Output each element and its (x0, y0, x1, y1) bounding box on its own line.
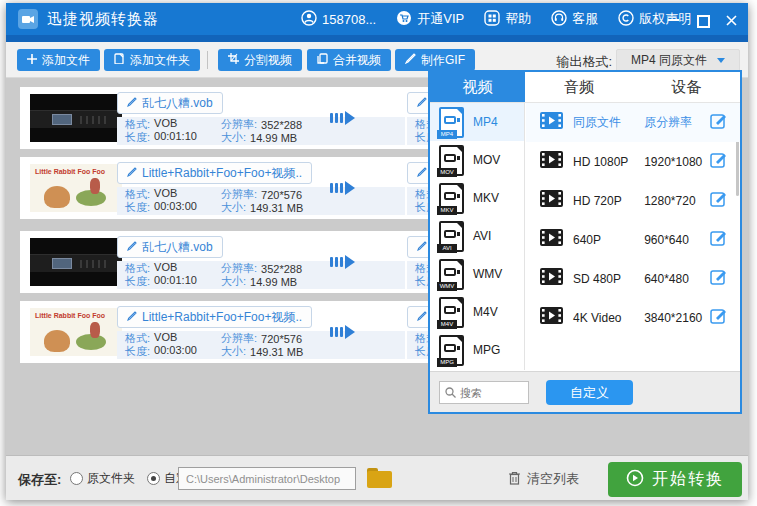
resolution-item-4k[interactable]: 4K Video 3840*2160 (526, 298, 740, 337)
edit-resolution-icon[interactable] (710, 268, 728, 290)
output-format-select[interactable]: MP4 同原文件 (616, 49, 740, 72)
format-item-avi[interactable]: AVI AVI (430, 217, 524, 255)
video-thumbnail: Little Rabbit Foo Foo (30, 164, 122, 212)
file-info: 格式:VOB分辨率:352*288 长度:00:01:10大小:14.99 MB (117, 117, 405, 145)
pencil-icon (417, 310, 427, 324)
format-item-mkv[interactable]: MKV MKV (430, 179, 524, 217)
vip-label: 开通VIP (417, 10, 464, 28)
play-icon (626, 469, 644, 491)
clear-list-button[interactable]: 清空列表 (508, 470, 579, 488)
folder-plus-icon (114, 53, 125, 67)
mkv-file-icon: MKV (439, 183, 464, 214)
app-logo-icon (18, 9, 38, 29)
film-icon (540, 112, 563, 133)
radio-original-folder[interactable]: 原文件夹 (70, 470, 135, 487)
crop-icon (228, 53, 239, 67)
edit-resolution-icon[interactable] (710, 229, 728, 251)
resolution-item-480p[interactable]: SD 480P 640*480 (526, 259, 740, 298)
file-info: 格式:VOB分辨率:720*576 长度:00:03:00大小:149.31 M… (117, 187, 405, 215)
tab-video[interactable]: 视频 (430, 72, 525, 102)
filename-edit-button[interactable]: 乱七八糟.vob (117, 92, 223, 114)
video-thumbnail (30, 94, 122, 142)
video-thumbnail: Little Rabbit Foo Foo (30, 308, 122, 356)
format-item-wmv[interactable]: WMV WMV (430, 255, 524, 293)
film-icon (540, 268, 563, 289)
plus-icon (27, 53, 37, 67)
browse-folder-button[interactable] (367, 468, 392, 488)
format-search[interactable] (439, 381, 529, 404)
vip-button[interactable]: 开通VIP (396, 10, 464, 29)
search-icon (445, 384, 456, 402)
titlebar: 迅捷视频转换器 158708... 开通VIP 帮助 客服 版权声明 (6, 3, 748, 35)
resolution-item-original[interactable]: 同原文件 原分辨率 (526, 103, 740, 142)
edit-resolution-icon[interactable] (710, 112, 728, 134)
pencil-icon (417, 240, 427, 254)
format-panel-footer: 自定义 (430, 371, 740, 412)
film-icon (540, 307, 563, 328)
trash-icon (508, 471, 521, 488)
help-label: 帮助 (505, 10, 531, 28)
filename-edit-button[interactable]: Little+Rabbit+Foo+Foo+视频.. (117, 306, 312, 328)
format-item-mp4[interactable]: MP4 MP4 (430, 103, 524, 141)
filename-edit-button[interactable]: 乱七八糟.vob (117, 236, 223, 258)
split-video-button[interactable]: 分割视频 (218, 49, 302, 71)
pencil-icon (417, 166, 427, 180)
cart-icon (396, 10, 412, 29)
app-window: 迅捷视频转换器 158708... 开通VIP 帮助 客服 版权声明 (6, 3, 748, 500)
convert-arrow-icon (330, 325, 355, 339)
copyright-icon (618, 10, 634, 29)
radio-circle-icon (147, 472, 160, 485)
filename-edit-button[interactable]: Little+Rabbit+Foo+Foo+视频.. (117, 162, 312, 184)
edit-resolution-icon[interactable] (710, 151, 728, 173)
save-path-input[interactable] (178, 467, 356, 490)
custom-format-button[interactable]: 自定义 (546, 380, 633, 405)
titlebar-shadow (6, 35, 748, 42)
headset-icon (551, 10, 567, 29)
resolution-item-720p[interactable]: HD 720P 1280*720 (526, 181, 740, 220)
video-thumbnail (30, 238, 122, 286)
wmv-file-icon: WMV (439, 259, 464, 290)
add-file-button[interactable]: 添加文件 (17, 49, 100, 71)
film-icon (540, 229, 563, 250)
resolution-item-1080p[interactable]: HD 1080P 1920*1080 (526, 142, 740, 181)
grid-icon (484, 10, 500, 29)
pencil-icon (127, 166, 137, 180)
convert-arrow-icon (330, 111, 355, 125)
chevron-down-icon (717, 58, 725, 63)
resolution-item-640p[interactable]: 640P 960*640 (526, 220, 740, 259)
tab-device[interactable]: 设备 (633, 72, 740, 102)
film-icon (540, 190, 563, 211)
pencil-icon (127, 96, 137, 110)
film-icon (540, 151, 563, 172)
user-icon (301, 10, 317, 29)
merge-icon (317, 53, 328, 67)
convert-arrow-icon (330, 181, 355, 195)
merge-video-button[interactable]: 合并视频 (307, 49, 391, 71)
edit-resolution-icon[interactable] (710, 190, 728, 212)
file-info: 格式:VOB分辨率:352*288 长度:00:01:10大小:14.99 MB (117, 261, 405, 289)
format-item-mov[interactable]: MOV MOV (430, 141, 524, 179)
make-gif-button[interactable]: 制作GIF (395, 49, 475, 71)
format-item-partial[interactable] (430, 369, 524, 370)
format-panel: 视频 音频 设备 MP4 MP4 MOV MOV MKV MKV AVI AVI… (428, 70, 742, 414)
tab-audio[interactable]: 音频 (525, 72, 633, 102)
output-format-label: 输出格式: (556, 53, 612, 71)
mov-file-icon: MOV (439, 145, 464, 176)
minimize-button[interactable] (667, 13, 680, 26)
format-item-mpg[interactable]: MPG MPG (430, 331, 524, 369)
user-account[interactable]: 158708... (301, 10, 376, 29)
search-input[interactable] (460, 387, 518, 399)
mp4-file-icon: MP4 (439, 107, 464, 138)
save-to-label: 保存至: (18, 471, 61, 489)
toolbar-divider (207, 51, 208, 69)
avi-file-icon: AVI (439, 221, 464, 252)
add-folder-button[interactable]: 添加文件夹 (104, 49, 200, 71)
service-button[interactable]: 客服 (551, 10, 598, 29)
close-button[interactable] (725, 13, 738, 26)
start-convert-button[interactable]: 开始转换 (608, 462, 742, 497)
format-item-m4v[interactable]: M4V M4V (430, 293, 524, 331)
help-button[interactable]: 帮助 (484, 10, 531, 29)
maximize-button[interactable] (696, 13, 709, 26)
pencil-icon (127, 240, 137, 254)
edit-resolution-icon[interactable] (710, 307, 728, 329)
